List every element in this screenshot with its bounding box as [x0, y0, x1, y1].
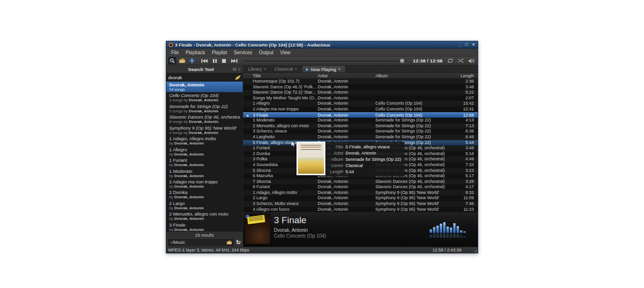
table-row[interactable]: 2 Adagio ma non troppoDvorak, AntoninCel…	[243, 107, 478, 112]
list-item[interactable]: Slavonic Dances (Op 46, orchestra8 songs…	[166, 114, 243, 124]
table-row[interactable]: 4 Allegro con fuocoDvorak, AntoninSympho…	[243, 207, 478, 213]
list-item-subtitle: by Dvorak, Antonin	[169, 163, 240, 168]
library-path-field[interactable]: ~/Music	[168, 239, 234, 246]
list-item-title: 3 Finale	[169, 222, 240, 228]
tab-close-icon[interactable]: ×	[295, 67, 297, 72]
tab-now-playing[interactable]: ▶Now Playing×	[302, 65, 346, 72]
row-marker	[243, 107, 253, 112]
column-album[interactable]: Album	[375, 73, 452, 78]
list-item[interactable]: Serenade for Strings (Op 22)5 songs by D…	[166, 103, 243, 114]
open-files-button[interactable]	[178, 57, 186, 64]
tab-classical[interactable]: Classical×	[271, 65, 301, 72]
menu-output[interactable]: Output	[256, 49, 277, 56]
cell-artist: Dvorak, Antonin	[318, 123, 375, 129]
table-row[interactable]: 2 Menuetto, allegro con motoDvorak, Anto…	[243, 123, 478, 129]
menu-services[interactable]: Services	[230, 49, 255, 56]
list-item[interactable]: 1 Furiantby Dvorak, Antonin	[166, 157, 243, 168]
seek-handle[interactable]	[399, 58, 405, 64]
list-item[interactable]: Cello Concerto (Op 104)3 songs by Dvorak…	[166, 92, 243, 103]
menu-playlist[interactable]: Playlist	[209, 49, 231, 56]
table-row[interactable]: 1 ModeratoDvorak, AntoninSerenade for St…	[243, 118, 478, 123]
cell-length: 5:16	[452, 151, 476, 157]
volume-button[interactable]	[468, 57, 475, 64]
list-item[interactable]: 2 Menuetto, allegro con motoby Dvorak, A…	[166, 211, 243, 221]
cell-title: 1 Moderato	[253, 118, 318, 123]
column-title[interactable]: Title	[253, 73, 318, 78]
list-item[interactable]: 1 Moderatoby Dvorak, Antonin	[166, 168, 243, 179]
search-input[interactable]	[168, 75, 235, 80]
folder-icon[interactable]	[227, 240, 232, 245]
close-button[interactable]: ✕	[471, 42, 475, 47]
cell-length: 15:42	[452, 101, 476, 107]
cell-length: 2:07	[452, 96, 476, 101]
table-row[interactable]: Songs My Mother Taught Me (O...Dvorak, A…	[243, 96, 478, 101]
cell-title: 4 Allegro con fuoco	[253, 207, 318, 213]
close-panel-icon[interactable]: ×	[238, 67, 240, 72]
tab-close-icon[interactable]: ×	[264, 67, 266, 72]
row-marker	[243, 195, 253, 201]
cell-title: 1 Allegro	[253, 101, 318, 107]
table-row[interactable]: 3 Scherzo, vivaceDvorak, AntoninSerenade…	[243, 129, 478, 134]
seek-slider[interactable]	[244, 58, 407, 64]
list-item[interactable]: Symphony 9 (Op 95) 'New World'4 songs by…	[166, 125, 243, 135]
add-files-button[interactable]	[188, 57, 196, 64]
tab-library[interactable]: Library×	[244, 65, 271, 72]
cell-length: 3:48	[452, 145, 476, 151]
statusbar: MPEG-1 layer 3, stereo, 44 kHz, 244 kbps…	[166, 247, 478, 253]
playlist-tabs: Library×Classical×▶Now Playing×	[243, 65, 478, 73]
cell-length: 9:32	[452, 190, 476, 196]
stop-button[interactable]	[221, 57, 227, 64]
list-item[interactable]: 2 Adagio ma non troppoby Dvorak, Antonin	[166, 179, 243, 189]
pause-button[interactable]	[212, 57, 218, 64]
repeat-button[interactable]	[446, 57, 454, 64]
visualizer-bar	[453, 223, 456, 233]
next-button[interactable]	[230, 57, 238, 64]
column-length[interactable]: Length	[452, 73, 476, 78]
menu-view[interactable]: View	[277, 49, 294, 56]
tooltip-field: Length5:44	[328, 169, 401, 175]
search-tool-button[interactable]	[168, 57, 176, 64]
table-row[interactable]: ▶3 FinaleDvorak, AntoninCello Concerto (…	[243, 112, 478, 118]
list-item[interactable]: 1 Adagio, Allegro moltoby Dvorak, Antoni…	[166, 135, 243, 146]
row-marker	[243, 90, 253, 96]
table-row[interactable]: 3 Scherzo, Molto vivaceDvorak, AntoninSy…	[243, 201, 478, 207]
table-row[interactable]: 1 AllegroDvorak, AntoninCello Concerto (…	[243, 101, 478, 107]
table-row[interactable]: 1 Adagio, Allegro moltoDvorak, AntoninSy…	[243, 190, 478, 196]
list-item-subtitle: by Dvorak, Antonin	[169, 152, 240, 157]
maximize-button[interactable]: □	[465, 42, 468, 47]
row-marker	[243, 156, 253, 162]
undock-panel-icon[interactable]	[233, 68, 236, 71]
table-row[interactable]: 8 FuriantDvorak, AntoninSlavonic Dances …	[243, 184, 478, 190]
table-row[interactable]: Humoresque (Op 101.7)Dvorak, Antonin2:36	[243, 79, 478, 84]
cell-album: Symphony 9 (Op 95) 'New World'	[375, 195, 452, 201]
visualizer-bar-reflection	[430, 234, 432, 238]
list-item[interactable]: 2 Dumkaby Dvorak, Antonin	[166, 189, 243, 200]
table-row[interactable]: 2 LargoDvorak, AntoninSymphony 9 (Op 95)…	[243, 195, 478, 201]
row-marker	[243, 129, 253, 134]
refresh-library-button[interactable]: ↻	[236, 240, 241, 245]
titlebar[interactable]: 3 Finale - Dvorak, Antonin - Cello Conce…	[166, 41, 478, 48]
clear-search-icon[interactable]	[235, 75, 241, 80]
column-artist[interactable]: Artist	[318, 73, 375, 78]
mouse-cursor	[291, 141, 297, 148]
menu-file[interactable]: File	[168, 49, 182, 56]
list-item[interactable]: 2 Largoby Dvorak, Antonin	[166, 200, 243, 211]
menu-playback[interactable]: Playback	[182, 49, 209, 56]
cell-artist: Dvorak, Antonin	[318, 84, 375, 90]
list-item-title: 2 Largo	[169, 201, 240, 206]
table-row[interactable]: 7 SkocnaDvorak, AntoninSlavonic Dances (…	[243, 179, 478, 185]
spectrum-visualizer	[430, 220, 472, 238]
list-item[interactable]: Dvorak, Antonin24 songs	[166, 82, 243, 92]
visualizer-bar	[460, 230, 462, 233]
shuffle-button[interactable]	[457, 57, 465, 64]
table-row[interactable]: Slavonic Dance (Op 46.3) 'Polk...Dvorak,…	[243, 84, 478, 90]
tab-close-icon[interactable]: ×	[338, 67, 341, 72]
list-item[interactable]: 1 Allegroby Dvorak, Antonin	[166, 146, 243, 157]
resize-grip[interactable]	[473, 249, 477, 252]
list-item[interactable]: 3 Finaleby Dvorak, Antonin	[166, 222, 243, 231]
table-row[interactable]: 4 LarghettoDvorak, AntoninSerenade for S…	[243, 134, 478, 140]
previous-button[interactable]	[200, 57, 209, 64]
minimize-button[interactable]: _	[459, 42, 461, 47]
cell-album: Serenade for Strings (Op 22)	[375, 129, 452, 134]
table-row[interactable]: Slavonic Dance (Op 72.2) 'Star...Dvorak,…	[243, 90, 478, 96]
